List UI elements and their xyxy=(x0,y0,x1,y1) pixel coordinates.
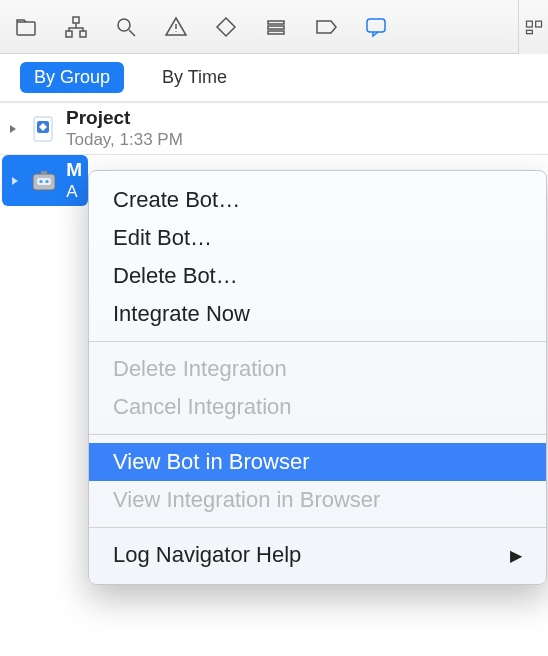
gauge-icon[interactable] xyxy=(262,13,290,41)
menu-delete-integration: Delete Integration xyxy=(89,350,546,388)
list-item-project[interactable]: Project Today, 1:33 PM xyxy=(0,103,548,155)
svg-rect-7 xyxy=(268,31,284,34)
svg-point-4 xyxy=(118,19,130,31)
menu-label: View Bot in Browser xyxy=(113,449,309,475)
right-panel-toggle[interactable] xyxy=(518,0,548,54)
menu-delete-bot[interactable]: Delete Bot… xyxy=(89,257,546,295)
diamond-icon[interactable] xyxy=(212,13,240,41)
svg-rect-11 xyxy=(526,30,532,33)
menu-label: View Integration in Browser xyxy=(113,487,380,513)
menu-cancel-integration: Cancel Integration xyxy=(89,388,546,426)
filter-by-group[interactable]: By Group xyxy=(20,62,124,93)
menu-label: Delete Integration xyxy=(113,356,287,382)
menu-log-navigator-help[interactable]: Log Navigator Help ▶ xyxy=(89,536,546,574)
list-item-subtitle: Today, 1:33 PM xyxy=(66,130,183,150)
svg-rect-6 xyxy=(268,26,284,29)
folder-icon[interactable] xyxy=(12,13,40,41)
project-file-icon xyxy=(26,112,60,146)
list-item-subtitle: A xyxy=(66,182,82,202)
menu-view-bot-browser[interactable]: View Bot in Browser xyxy=(89,443,546,481)
chat-icon[interactable] xyxy=(362,13,390,41)
list-item-text: Project Today, 1:33 PM xyxy=(66,107,183,150)
menu-label: Log Navigator Help xyxy=(113,542,301,568)
svg-rect-18 xyxy=(41,171,47,174)
filter-by-time[interactable]: By Time xyxy=(148,62,241,93)
menu-label: Create Bot… xyxy=(113,187,240,213)
menu-separator xyxy=(89,527,546,528)
disclosure-triangle-icon[interactable] xyxy=(6,122,20,136)
context-menu: Create Bot… Edit Bot… Delete Bot… Integr… xyxy=(88,170,547,585)
list-item-bot[interactable]: M A xyxy=(2,155,88,206)
menu-label: Edit Bot… xyxy=(113,225,212,251)
tag-icon[interactable] xyxy=(312,13,340,41)
list-item-title: Project xyxy=(66,107,183,130)
menu-view-integration-browser: View Integration in Browser xyxy=(89,481,546,519)
filter-bar: By Group By Time xyxy=(0,54,548,102)
svg-point-16 xyxy=(39,180,42,183)
svg-rect-3 xyxy=(80,31,86,37)
warning-icon[interactable] xyxy=(162,13,190,41)
svg-rect-9 xyxy=(526,21,532,27)
bot-icon xyxy=(27,164,60,198)
disclosure-triangle-icon[interactable] xyxy=(8,174,21,188)
navigator-toolbar xyxy=(0,0,548,54)
menu-integrate-now[interactable]: Integrate Now xyxy=(89,295,546,333)
menu-separator xyxy=(89,434,546,435)
menu-label: Cancel Integration xyxy=(113,394,292,420)
search-icon[interactable] xyxy=(112,13,140,41)
svg-rect-5 xyxy=(268,21,284,24)
menu-create-bot[interactable]: Create Bot… xyxy=(89,181,546,219)
svg-rect-8 xyxy=(367,19,385,32)
list-item-text: M A xyxy=(66,159,82,202)
svg-rect-15 xyxy=(37,178,51,185)
menu-label: Delete Bot… xyxy=(113,263,238,289)
svg-rect-2 xyxy=(66,31,72,37)
menu-edit-bot[interactable]: Edit Bot… xyxy=(89,219,546,257)
list-item-title: M xyxy=(66,159,82,182)
menu-label: Integrate Now xyxy=(113,301,250,327)
menu-separator xyxy=(89,341,546,342)
hierarchy-icon[interactable] xyxy=(62,13,90,41)
svg-rect-10 xyxy=(535,21,541,27)
svg-rect-1 xyxy=(73,17,79,23)
svg-point-17 xyxy=(45,180,48,183)
svg-rect-0 xyxy=(17,22,35,35)
submenu-arrow-icon: ▶ xyxy=(510,546,522,565)
